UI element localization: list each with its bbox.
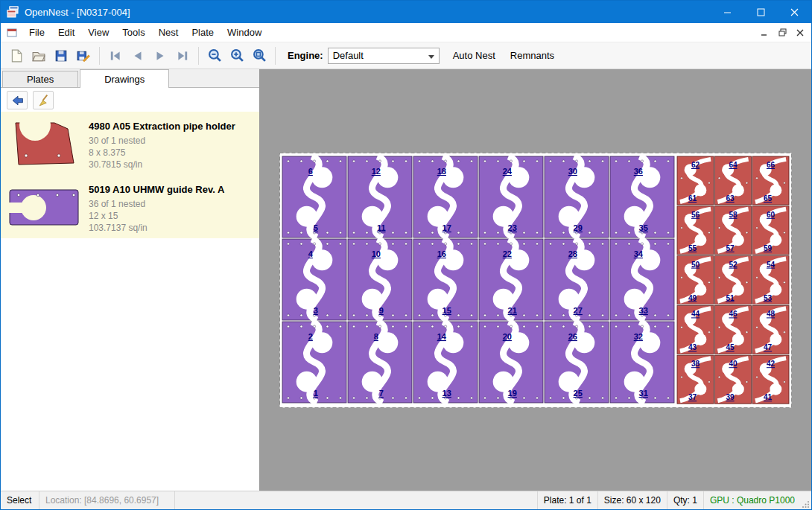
part-number: 19: [508, 389, 517, 398]
part-number: 53: [764, 294, 773, 302]
nested-part-pair-purple[interactable]: 3433: [610, 239, 674, 320]
nested-part-pair-red[interactable]: 4645: [715, 305, 752, 354]
mdi-close-icon[interactable]: [793, 27, 807, 39]
nested-part-pair-red[interactable]: 5251: [715, 256, 752, 305]
nested-part-pair-purple[interactable]: 109: [348, 239, 412, 320]
nested-part-pair-purple[interactable]: 87: [348, 322, 412, 403]
part-number: 55: [688, 244, 697, 252]
tab-plates[interactable]: Plates: [2, 71, 78, 87]
part-number: 38: [691, 360, 700, 368]
engine-select[interactable]: Default: [328, 48, 440, 64]
maximize-button[interactable]: [744, 1, 778, 23]
part-number: 65: [764, 194, 773, 203]
nested-part-pair-red[interactable]: 4847: [752, 305, 789, 354]
save-button[interactable]: [50, 45, 72, 66]
nested-part-pair-purple[interactable]: 65: [282, 156, 346, 238]
clear-drawings-button[interactable]: [33, 91, 54, 109]
save-icon: [54, 49, 68, 63]
first-plate-button[interactable]: [104, 45, 127, 66]
mdi-restore-icon[interactable]: [775, 27, 789, 39]
nested-part-pair-purple[interactable]: 3029: [545, 156, 609, 238]
part-number: 57: [726, 244, 735, 252]
menu-plate[interactable]: Plate: [185, 23, 221, 42]
mdi-minimize-icon[interactable]: [758, 27, 771, 39]
remnants-button[interactable]: Remnants: [503, 45, 562, 66]
menu-window[interactable]: Window: [221, 23, 268, 42]
last-plate-button[interactable]: [171, 45, 194, 66]
menu-file[interactable]: File: [22, 23, 51, 42]
open-button[interactable]: [28, 45, 50, 66]
status-location: Location: [84.8696, 60.6957]: [39, 491, 175, 509]
nested-part-pair-purple[interactable]: 2625: [545, 322, 609, 403]
drawing-item-1[interactable]: 4980 A05 Extraction pipe holder 30 of 1 …: [1, 112, 259, 175]
nested-part-pair-red[interactable]: 5453: [752, 256, 789, 305]
nested-part-pair-purple[interactable]: 1413: [413, 322, 478, 403]
drawing-name: 5019 A10 UHMW guide Rev. A: [89, 184, 224, 195]
status-mode: Select: [1, 491, 39, 509]
zoom-in-button[interactable]: [226, 45, 248, 66]
part-number: 49: [688, 294, 697, 302]
part-number: 11: [377, 223, 386, 232]
nested-part-pair-red[interactable]: 5049: [677, 256, 714, 305]
part-number: 41: [764, 393, 773, 401]
new-button[interactable]: [5, 45, 28, 66]
mdi-document-icon[interactable]: [7, 28, 17, 38]
part-number: 51: [726, 294, 735, 302]
plate[interactable]: 6512111817242330293635431091615222128273…: [279, 153, 792, 408]
panel-tabstrip: Plates Drawings: [1, 69, 259, 88]
next-plate-button[interactable]: [149, 45, 171, 66]
chevron-down-icon: [428, 55, 434, 59]
part-number: 56: [691, 211, 700, 219]
plate-drawing[interactable]: 6512111817242330293635431091615222128273…: [279, 153, 792, 408]
close-button[interactable]: [778, 1, 811, 23]
new-file-icon: [10, 49, 23, 63]
part-number: 4: [308, 249, 314, 258]
nested-part-pair-purple[interactable]: 1817: [413, 156, 478, 238]
part-number: 35: [639, 223, 648, 232]
nested-part-pair-red[interactable]: 4039: [715, 355, 752, 404]
part-number: 30: [568, 167, 577, 176]
nested-part-pair-red[interactable]: 3837: [677, 355, 714, 404]
part-number: 40: [729, 360, 738, 368]
nest-canvas-area[interactable]: 6512111817242330293635431091615222128273…: [260, 69, 811, 491]
nested-part-pair-red[interactable]: 6665: [752, 156, 789, 205]
nested-part-pair-purple[interactable]: 2221: [479, 239, 543, 320]
zoom-out-button[interactable]: [203, 45, 226, 66]
resize-grip[interactable]: [801, 491, 811, 509]
left-panel: Plates Drawings: [1, 69, 260, 491]
nested-part-pair-purple[interactable]: 3231: [610, 322, 674, 403]
nested-part-pair-red[interactable]: 4443: [677, 305, 714, 354]
drawing-thumbnail-red: [5, 115, 83, 172]
import-drawing-button[interactable]: [7, 91, 28, 109]
nested-part-pair-purple[interactable]: 1615: [413, 239, 478, 320]
nested-part-pair-red[interactable]: 5655: [677, 206, 714, 255]
toolbar-separator: [275, 47, 276, 65]
nested-part-pair-red[interactable]: 6059: [752, 206, 789, 255]
part-number: 24: [503, 167, 513, 176]
auto-nest-button[interactable]: Auto Nest: [445, 45, 503, 66]
nested-part-pair-purple[interactable]: 21: [282, 322, 346, 403]
menu-nest[interactable]: Nest: [152, 23, 185, 42]
toolbar-separator: [99, 47, 100, 65]
first-arrow-icon: [109, 49, 122, 63]
nested-part-pair-red[interactable]: 5857: [715, 206, 752, 255]
menu-edit[interactable]: Edit: [51, 23, 81, 42]
tab-drawings[interactable]: Drawings: [80, 69, 169, 88]
nested-part-pair-red[interactable]: 6261: [677, 156, 714, 205]
previous-plate-button[interactable]: [127, 45, 149, 66]
menu-view[interactable]: View: [81, 23, 115, 42]
nested-part-pair-purple[interactable]: 43: [282, 239, 346, 320]
minimize-button[interactable]: [711, 1, 744, 23]
nested-part-pair-red[interactable]: 4241: [752, 355, 789, 404]
nested-part-pair-red[interactable]: 6463: [715, 156, 752, 205]
menu-tools[interactable]: Tools: [115, 23, 151, 42]
save-as-button[interactable]: [72, 45, 95, 66]
main-toolbar: Engine: Default Auto Nest Remnants: [1, 42, 811, 69]
nested-part-pair-purple[interactable]: 3635: [610, 156, 674, 238]
nested-part-pair-purple[interactable]: 1211: [348, 156, 412, 238]
nested-part-pair-purple[interactable]: 2827: [545, 239, 609, 320]
nested-part-pair-purple[interactable]: 2019: [479, 322, 543, 403]
drawing-item-2[interactable]: 5019 A10 UHMW guide Rev. A 36 of 1 neste…: [1, 175, 259, 238]
zoom-fit-button[interactable]: [248, 45, 270, 66]
nested-part-pair-purple[interactable]: 2423: [479, 156, 543, 238]
